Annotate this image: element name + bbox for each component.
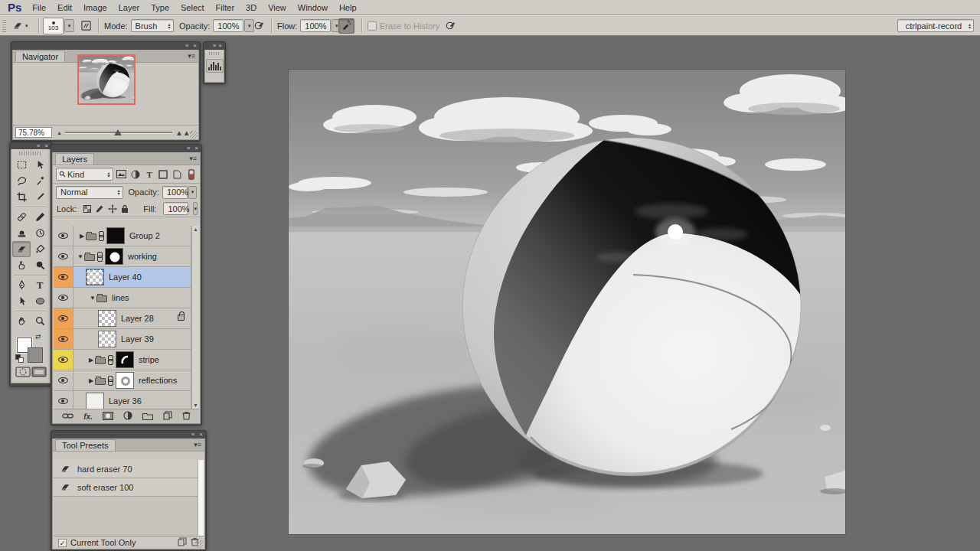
visibility-well[interactable]	[54, 308, 74, 328]
brush-preset-picker[interactable]: 103	[43, 18, 64, 34]
close-panel-icon[interactable]: ×	[193, 43, 197, 49]
new-group-button[interactable]	[142, 412, 153, 422]
tool-presets-scrollbar[interactable]	[198, 460, 204, 536]
background-color-swatch[interactable]	[28, 347, 43, 363]
eye-icon[interactable]	[58, 253, 68, 259]
tool-burn[interactable]	[31, 257, 49, 273]
visibility-well[interactable]	[54, 288, 74, 308]
navigator-zoom-field[interactable]: 75.78%	[15, 127, 52, 138]
layers-opacity-arrow[interactable]: ▾	[188, 186, 197, 199]
eye-icon[interactable]	[58, 233, 68, 239]
tool-paint-bucket[interactable]	[31, 241, 49, 257]
opacity-field[interactable]: 100%	[213, 19, 243, 32]
layer-thumbnail[interactable]	[86, 393, 104, 409]
menu-image[interactable]: Image	[83, 3, 107, 12]
tool-ellipse-shape[interactable]	[31, 293, 49, 309]
swap-colors-icon[interactable]: ⇄	[35, 333, 41, 341]
filter-shape-icon[interactable]	[158, 168, 168, 180]
tab-tool-presets[interactable]: Tool Presets	[55, 439, 116, 451]
menu-filter[interactable]: Filter	[216, 3, 234, 12]
tool-eraser[interactable]	[12, 241, 31, 257]
filtering-toggle[interactable]	[186, 168, 197, 180]
layer-row-layer-40[interactable]: Layer 40	[54, 267, 191, 288]
eye-icon[interactable]	[58, 357, 68, 363]
tool-move[interactable]	[31, 157, 49, 173]
menu-window[interactable]: Window	[298, 3, 328, 12]
tool-eyedropper[interactable]	[31, 189, 49, 205]
menu-layer[interactable]: Layer	[119, 3, 140, 12]
quick-mask-button[interactable]	[15, 367, 31, 379]
layer-row-stripe[interactable]: ▶ stripe	[54, 350, 191, 370]
tool-presets-window-header[interactable]: «×	[51, 431, 206, 439]
lock-transparency-icon[interactable]	[83, 203, 91, 214]
layer-row-group-2[interactable]: ▶ Group 2	[54, 226, 191, 246]
layer-thumbnail[interactable]	[98, 331, 116, 347]
tool-type[interactable]: T	[31, 277, 49, 293]
disclosure-collapsed-icon[interactable]: ▶	[87, 377, 95, 384]
fill-field[interactable]: 100%	[163, 202, 188, 215]
layer-thumbnail[interactable]	[106, 227, 125, 244]
disclosure-collapsed-icon[interactable]: ▶	[78, 233, 86, 240]
preset-soft-eraser-100[interactable]: soft eraser 100	[54, 478, 198, 497]
layer-row-layer-36[interactable]: Layer 36	[54, 391, 191, 409]
expand-panel-icon[interactable]: »	[213, 43, 216, 49]
menu-file[interactable]: File	[32, 3, 46, 12]
lock-position-icon[interactable]	[108, 203, 117, 214]
delete-layer-button[interactable]	[182, 411, 191, 422]
layer-name[interactable]: Group 2	[129, 231, 160, 240]
layer-name[interactable]: reflections	[139, 376, 177, 385]
erase-to-history-checkbox[interactable]	[368, 21, 377, 31]
tools-window-header[interactable]: «×	[10, 142, 51, 149]
add-mask-button[interactable]	[103, 412, 113, 422]
layer-row-layer-28[interactable]: Layer 28	[54, 308, 191, 329]
layer-thumbnail[interactable]	[98, 310, 116, 327]
collapse-panel-icon[interactable]: «	[191, 432, 194, 438]
tool-smudge[interactable]	[12, 257, 31, 273]
layers-window-header[interactable]: «×	[51, 145, 201, 152]
tool-history-brush[interactable]	[31, 225, 49, 241]
tab-navigator[interactable]: Navigator	[15, 51, 65, 62]
document-canvas[interactable]	[289, 70, 845, 534]
tool-pen[interactable]	[12, 277, 31, 293]
scroll-down-icon[interactable]: ▼	[193, 403, 198, 408]
brush-preset-arrow[interactable]: ▾	[64, 19, 74, 32]
resize-grip[interactable]	[190, 131, 198, 139]
current-tool-only-checkbox[interactable]: ✓	[58, 539, 67, 547]
flow-field[interactable]: 100%	[300, 19, 331, 32]
histogram-dock-header[interactable]: »×	[204, 42, 225, 50]
histogram-panel-button[interactable]	[206, 59, 224, 73]
lock-all-icon[interactable]	[121, 203, 129, 214]
layer-row-layer-39[interactable]: Layer 39	[54, 329, 191, 350]
layer-name[interactable]: Layer 36	[109, 396, 142, 406]
new-layer-button[interactable]	[163, 411, 172, 422]
layer-thumbnail[interactable]	[86, 269, 104, 285]
visibility-well[interactable]	[54, 391, 74, 409]
disclosure-expanded-icon[interactable]: ▼	[89, 295, 96, 302]
tool-clone-stamp[interactable]	[12, 225, 31, 241]
collapse-panel-icon[interactable]: «	[185, 43, 188, 49]
filter-type-icon[interactable]: T	[144, 168, 155, 180]
tool-crop[interactable]	[12, 189, 31, 205]
layer-thumbnail[interactable]	[116, 351, 134, 368]
toggle-brush-panel-button[interactable]	[78, 18, 94, 34]
close-panel-icon[interactable]: ×	[44, 143, 48, 149]
layer-row-reflections[interactable]: ▶ reflections	[54, 370, 191, 391]
mode-dropdown[interactable]: Brush ▴▾	[131, 19, 174, 32]
workspace-switcher[interactable]: ctrlpaint-record ▴▾	[897, 19, 974, 32]
dock-grip[interactable]	[209, 52, 220, 55]
collapse-panel-icon[interactable]: «	[187, 145, 190, 152]
resize-grip[interactable]	[195, 540, 203, 548]
slider-thumb[interactable]	[114, 129, 122, 135]
navigator-proxy-view[interactable]	[77, 54, 136, 105]
layer-style-button[interactable]: fx.	[83, 412, 93, 421]
eye-icon[interactable]	[58, 274, 68, 280]
screen-mode-button[interactable]	[31, 367, 47, 379]
layers-scrollbar[interactable]: ▲ ▼	[191, 226, 199, 409]
eye-icon[interactable]	[58, 398, 68, 404]
menu-type[interactable]: Type	[151, 3, 169, 12]
layer-filter-kind-dropdown[interactable]: Kind ▴▾	[56, 168, 113, 181]
blend-mode-dropdown[interactable]: Normal ▴▾	[56, 186, 123, 199]
panel-menu-icon[interactable]: ▾≡	[188, 52, 195, 60]
layer-name[interactable]: working	[128, 252, 157, 261]
toolbar-grip[interactable]	[19, 152, 42, 155]
